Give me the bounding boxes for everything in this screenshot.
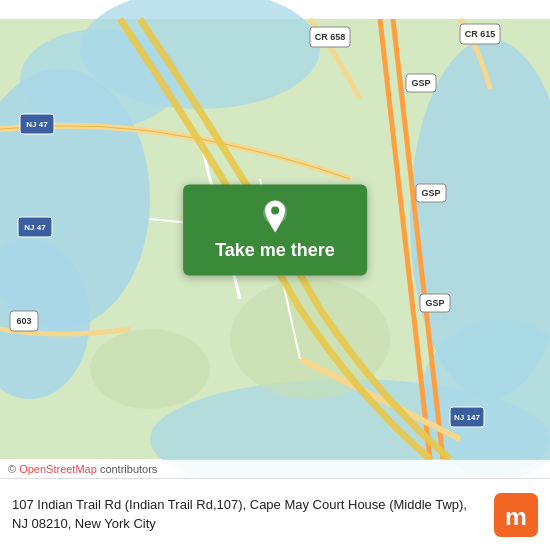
svg-text:NJ 47: NJ 47 (24, 223, 46, 232)
attribution-bar: © OpenStreetMap contributors (0, 460, 550, 478)
take-me-there-button[interactable]: Take me there (183, 184, 367, 275)
svg-point-9 (90, 329, 210, 409)
take-me-there-overlay: Take me there (183, 184, 367, 275)
svg-text:603: 603 (16, 316, 31, 326)
location-pin-icon (257, 198, 293, 234)
attribution-suffix: contributors (97, 463, 158, 475)
take-me-there-label: Take me there (215, 240, 335, 261)
moovit-logo: m (494, 493, 538, 537)
bottom-info-bar: 107 Indian Trail Rd (Indian Trail Rd,107… (0, 478, 550, 550)
svg-text:m: m (505, 502, 527, 529)
moovit-logo-icon: m (494, 493, 538, 537)
svg-text:CR 615: CR 615 (465, 29, 496, 39)
svg-text:CR 658: CR 658 (315, 32, 346, 42)
attribution-prefix: © (8, 463, 19, 475)
svg-point-34 (271, 206, 279, 214)
svg-text:GSP: GSP (425, 298, 444, 308)
address-text: 107 Indian Trail Rd (Indian Trail Rd,107… (12, 496, 484, 532)
svg-text:NJ 147: NJ 147 (454, 413, 480, 422)
openstreetmap-link[interactable]: OpenStreetMap (19, 463, 97, 475)
svg-text:GSP: GSP (411, 78, 430, 88)
svg-text:GSP: GSP (421, 188, 440, 198)
map-container: GSP GSP GSP NJ 47 NJ 47 NJ 147 CR 658 (0, 0, 550, 478)
svg-text:NJ 47: NJ 47 (26, 120, 48, 129)
app: GSP GSP GSP NJ 47 NJ 47 NJ 147 CR 658 (0, 0, 550, 550)
